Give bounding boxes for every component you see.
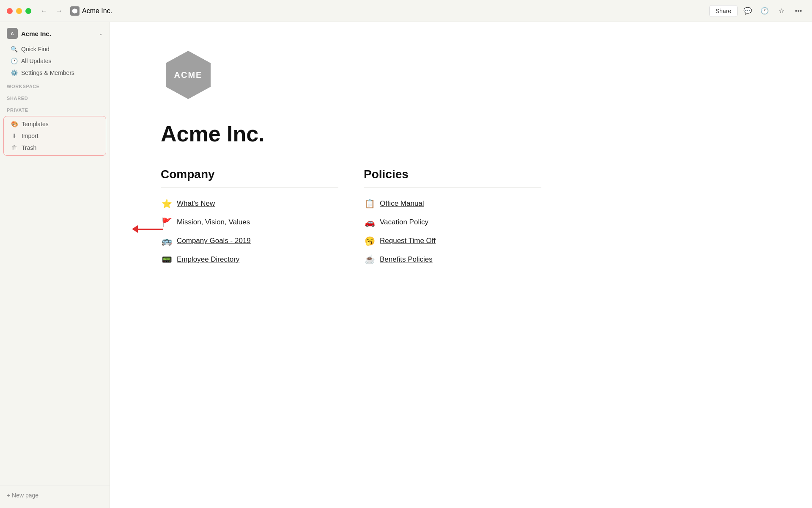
acme-logo: ACME xyxy=(161,47,761,104)
private-section-label: PRIVATE xyxy=(0,102,110,114)
link-request-time-off[interactable]: 🥱 Request Time Off xyxy=(364,232,541,250)
sidebar-item-all-updates[interactable]: 🕐 All Updates xyxy=(3,55,106,67)
sidebar-label-all-updates: All Updates xyxy=(21,58,52,64)
sidebar-item-import[interactable]: ⬇ Import xyxy=(4,130,106,142)
workspace-name: Acme Inc. xyxy=(21,30,95,37)
app-body: A Acme Inc. ⌄ 🔍 Quick Find 🕐 All Updates… xyxy=(0,22,812,508)
link-text-mission: Mission, Vision, Values xyxy=(177,218,250,226)
chat-icon-button[interactable]: 💬 xyxy=(741,4,754,18)
fullscreen-button[interactable] xyxy=(25,8,31,14)
arrow-line xyxy=(138,229,163,230)
sidebar-label-trash: Trash xyxy=(22,144,36,151)
new-page-label: + New page xyxy=(7,492,38,499)
policies-section-title: Policies xyxy=(364,168,541,188)
hexagon-logo: ACME xyxy=(161,47,216,102)
sidebar-item-quick-find[interactable]: 🔍 Quick Find xyxy=(3,43,106,55)
link-text-company-goals: Company Goals - 2019 xyxy=(177,237,251,245)
sidebar-item-trash[interactable]: 🗑 Trash xyxy=(4,142,106,154)
link-text-office-manual: Office Manual xyxy=(380,199,424,208)
clipboard-emoji: 📋 xyxy=(364,199,376,209)
forward-button[interactable]: → xyxy=(53,5,65,17)
car-emoji: 🚗 xyxy=(364,217,376,227)
link-company-goals[interactable]: 🚌 Company Goals - 2019 xyxy=(161,232,338,250)
sidebar-bottom: + New page xyxy=(0,486,110,505)
header-actions: Share 💬 🕐 ☆ ••• xyxy=(709,4,805,18)
sidebar-item-settings[interactable]: ⚙️ Settings & Members xyxy=(3,67,106,79)
link-employee-directory[interactable]: 📟 Employee Directory xyxy=(161,250,338,269)
link-office-manual[interactable]: 📋 Office Manual xyxy=(364,194,541,213)
sidebar-highlight-box: 🎨 Templates ⬇ Import 🗑 Trash xyxy=(3,116,106,156)
link-text-request-time-off: Request Time Off xyxy=(380,237,436,245)
workspace-row[interactable]: A Acme Inc. ⌄ xyxy=(3,25,106,41)
company-section: Company ⭐ What's New 🚩 Mission, Vision, … xyxy=(161,168,338,269)
pager-emoji: 📟 xyxy=(161,254,173,265)
history-icon-button[interactable]: 🕐 xyxy=(758,4,771,18)
link-benefits-policies[interactable]: ☕ Benefits Policies xyxy=(364,250,541,269)
share-button[interactable]: Share xyxy=(709,5,738,17)
back-button[interactable]: ← xyxy=(38,5,50,17)
sidebar-label-settings: Settings & Members xyxy=(21,69,74,76)
sidebar-top: A Acme Inc. ⌄ xyxy=(0,25,110,41)
import-icon: ⬇ xyxy=(11,133,18,139)
sidebar-label-templates: Templates xyxy=(22,121,49,127)
star-emoji: ⭐ xyxy=(161,199,173,209)
bus-emoji: 🚌 xyxy=(161,236,173,246)
breadcrumb: Acme Inc. xyxy=(69,6,706,16)
new-page-button[interactable]: + New page xyxy=(3,489,106,501)
breadcrumb-title: Acme Inc. xyxy=(82,7,112,15)
traffic-lights xyxy=(7,8,31,14)
sidebar-item-templates[interactable]: 🎨 Templates xyxy=(4,118,106,130)
svg-marker-0 xyxy=(72,8,77,14)
sidebar: A Acme Inc. ⌄ 🔍 Quick Find 🕐 All Updates… xyxy=(0,22,110,508)
link-text-whats-new: What's New xyxy=(177,199,215,208)
main-content: ACME Acme Inc. Company ⭐ What's New 🚩 Mi… xyxy=(110,22,812,508)
sidebar-label-import: Import xyxy=(22,133,38,139)
page-title: Acme Inc. xyxy=(161,121,761,146)
favorite-icon-button[interactable]: ☆ xyxy=(775,4,788,18)
shared-section-label: SHARED xyxy=(0,91,110,102)
policies-section: Policies 📋 Office Manual 🚗 Vacation Poli… xyxy=(364,168,541,269)
close-button[interactable] xyxy=(7,8,13,14)
link-vacation-policy[interactable]: 🚗 Vacation Policy xyxy=(364,213,541,232)
link-text-employee-directory: Employee Directory xyxy=(177,255,239,264)
chevron-down-icon: ⌄ xyxy=(99,30,103,36)
company-section-title: Company xyxy=(161,168,338,188)
link-whats-new[interactable]: ⭐ What's New xyxy=(161,194,338,213)
workspace-icon xyxy=(70,6,80,16)
minimize-button[interactable] xyxy=(16,8,22,14)
more-options-button[interactable]: ••• xyxy=(792,4,805,18)
sidebar-label-quick-find: Quick Find xyxy=(21,46,49,52)
link-text-vacation-policy: Vacation Policy xyxy=(380,218,428,226)
svg-text:ACME: ACME xyxy=(174,70,203,80)
clock-icon: 🕐 xyxy=(10,58,18,64)
titlebar: ← → Acme Inc. Share 💬 🕐 ☆ ••• xyxy=(0,0,812,22)
coffee-emoji: ☕ xyxy=(364,254,376,265)
trash-icon: 🗑 xyxy=(11,144,18,151)
gear-icon: ⚙️ xyxy=(10,69,18,76)
link-text-benefits-policies: Benefits Policies xyxy=(380,255,433,264)
arrow-head xyxy=(132,225,138,233)
sections-grid: Company ⭐ What's New 🚩 Mission, Vision, … xyxy=(161,168,541,269)
arrow-annotation xyxy=(132,225,163,233)
sleepy-emoji: 🥱 xyxy=(364,236,376,246)
workspace-section-label: WORKSPACE xyxy=(0,79,110,91)
link-mission[interactable]: 🚩 Mission, Vision, Values xyxy=(161,213,338,232)
search-icon: 🔍 xyxy=(10,46,18,52)
workspace-icon-logo: A xyxy=(7,28,18,39)
templates-icon: 🎨 xyxy=(11,121,18,127)
